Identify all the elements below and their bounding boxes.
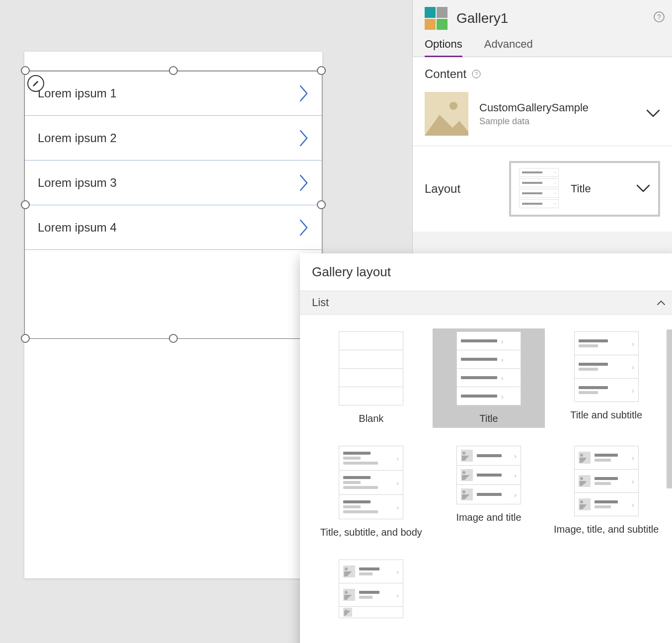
- data-source-name: CustomGallerySample: [479, 101, 589, 114]
- selection-handle[interactable]: [21, 334, 30, 343]
- layout-option-thumb: [339, 331, 403, 405]
- layout-option-thumb: › › › ›: [456, 331, 521, 405]
- chevron-right-icon[interactable]: [299, 85, 309, 102]
- chevron-right-icon[interactable]: [299, 174, 309, 191]
- chevron-down-icon: [636, 184, 650, 193]
- gallery-item[interactable]: Lorem ipsum 1: [25, 71, 322, 116]
- layout-option-image-title[interactable]: › › › Image and title: [433, 443, 545, 542]
- layout-option-thumb: › › ›: [339, 446, 403, 519]
- data-source-text: CustomGallerySample Sample data: [479, 101, 589, 127]
- chevron-right-icon[interactable]: [299, 130, 309, 147]
- gallery-item[interactable]: Lorem ipsum 2: [25, 116, 322, 161]
- gallery-item[interactable]: Lorem ipsum 3: [25, 161, 322, 205]
- layout-option-image-title-subtitle[interactable]: › › › Image, title, and subtitle: [550, 443, 663, 542]
- content-heading: Content: [425, 67, 466, 81]
- gallery-item-title: Lorem ipsum 1: [38, 86, 117, 100]
- chevron-up-icon: [657, 300, 666, 306]
- layout-option-title-subtitle[interactable]: › › › Title and subtitle: [550, 328, 663, 428]
- data-source-picker[interactable]: CustomGallerySample Sample data: [425, 92, 660, 136]
- selection-handle[interactable]: [317, 66, 326, 75]
- layout-option-label: Blank: [359, 412, 383, 425]
- layout-selected-label: Title: [571, 182, 591, 195]
- data-source-subtitle: Sample data: [479, 116, 589, 127]
- layout-option-thumb: › › ›: [456, 446, 521, 504]
- gallery-item-title: Lorem ipsum 3: [38, 176, 117, 190]
- selection-handle[interactable]: [169, 334, 178, 343]
- gallery-item-title: Lorem ipsum 2: [38, 131, 117, 145]
- layout-section: Layout › › › › Title: [413, 146, 672, 232]
- layout-option-thumb: › › ›: [574, 331, 639, 402]
- gallery-type-icon: [425, 7, 448, 30]
- edit-template-button[interactable]: [27, 75, 44, 92]
- tab-options[interactable]: Options: [425, 38, 462, 57]
- layout-thumb-icon: › › › ›: [519, 168, 559, 210]
- chevron-right-icon[interactable]: [299, 219, 309, 236]
- selection-handle[interactable]: [21, 200, 30, 209]
- layout-option-thumb: › › ›: [574, 446, 639, 516]
- layout-option-label: Image and title: [456, 511, 521, 524]
- scrollbar-thumb[interactable]: [667, 329, 672, 488]
- flyout-scroll-area[interactable]: Blank › › › › Title › › › Title and: [300, 315, 672, 643]
- selection-handle[interactable]: [317, 200, 326, 209]
- svg-text:?: ?: [657, 13, 661, 21]
- help-icon[interactable]: ?: [653, 11, 665, 23]
- layout-option-label: Title: [479, 412, 498, 425]
- panel-title: Gallery1: [456, 10, 508, 26]
- svg-text:?: ?: [475, 71, 478, 77]
- selection-handle[interactable]: [21, 66, 30, 75]
- layout-option-blank[interactable]: Blank: [315, 328, 428, 428]
- layout-option-label: Title, subtitle, and body: [320, 526, 422, 539]
- chevron-down-icon[interactable]: [646, 109, 660, 118]
- svg-point-5: [449, 102, 457, 110]
- layout-dropdown[interactable]: › › › › Title: [509, 161, 660, 217]
- layout-flyout: Gallery layout List Blank › ›: [300, 253, 672, 643]
- layout-label: Layout: [425, 182, 499, 196]
- flyout-group-header[interactable]: List: [300, 291, 672, 315]
- screen-card: Lorem ipsum 1 Lorem ipsum 2 Lorem ipsum …: [24, 52, 322, 578]
- gallery-control[interactable]: Lorem ipsum 1 Lorem ipsum 2 Lorem ipsum …: [24, 71, 322, 339]
- layout-option-label: Title and subtitle: [570, 408, 642, 421]
- layout-option-label: Image, title, and subtitle: [554, 523, 659, 536]
- gallery-item-title: Lorem ipsum 4: [38, 221, 117, 235]
- layout-option-title[interactable]: › › › › Title: [433, 328, 545, 428]
- gallery-item[interactable]: Lorem ipsum 4: [25, 205, 322, 250]
- tab-advanced[interactable]: Advanced: [484, 38, 533, 57]
- layout-option-title-subtitle-body[interactable]: › › › Title, subtitle, and body: [315, 443, 428, 542]
- image-placeholder-icon: [425, 92, 468, 136]
- layout-option-partial[interactable]: › ›: [315, 557, 428, 641]
- panel-header: Gallery1 ?: [413, 0, 672, 34]
- selection-handle[interactable]: [169, 66, 178, 75]
- flyout-title: Gallery layout: [300, 253, 672, 291]
- layout-option-thumb: › ›: [339, 560, 403, 618]
- content-section: Content ? CustomGallerySample Sample dat…: [413, 57, 672, 146]
- pencil-icon: [32, 80, 40, 87]
- flyout-group-label: List: [312, 296, 329, 309]
- tabs: Options Advanced: [413, 34, 672, 57]
- help-icon[interactable]: ?: [471, 69, 481, 79]
